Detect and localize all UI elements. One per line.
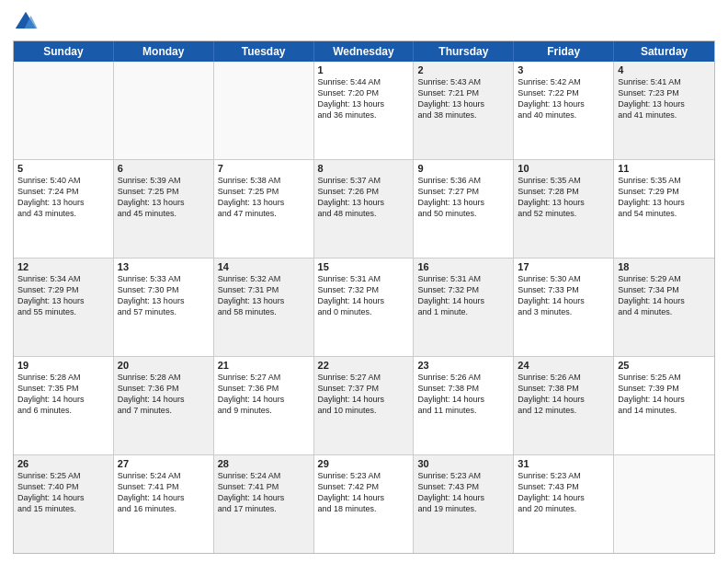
day-number: 3 xyxy=(518,64,609,75)
day-number: 16 xyxy=(417,261,509,272)
cal-cell-day-6: 6Sunrise: 5:39 AM Sunset: 7:25 PM Daylig… xyxy=(114,160,214,258)
cal-cell-day-23: 23Sunrise: 5:26 AM Sunset: 7:38 PM Dayli… xyxy=(414,357,514,454)
calendar-header: SundayMondayTuesdayWednesdayThursdayFrid… xyxy=(14,41,714,62)
day-number: 23 xyxy=(417,360,509,371)
cal-cell-day-8: 8Sunrise: 5:37 AM Sunset: 7:26 PM Daylig… xyxy=(314,160,415,258)
day-number: 6 xyxy=(118,163,210,174)
day-header-thursday: Thursday xyxy=(414,41,514,62)
cell-info: Sunrise: 5:30 AM Sunset: 7:33 PM Dayligh… xyxy=(518,273,609,318)
cal-cell-empty xyxy=(214,62,314,159)
day-number: 9 xyxy=(417,163,509,174)
cell-info: Sunrise: 5:35 AM Sunset: 7:29 PM Dayligh… xyxy=(618,175,711,220)
day-number: 22 xyxy=(318,360,410,371)
header xyxy=(13,9,715,35)
cal-cell-day-24: 24Sunrise: 5:26 AM Sunset: 7:38 PM Dayli… xyxy=(514,357,614,454)
cell-info: Sunrise: 5:33 AM Sunset: 7:30 PM Dayligh… xyxy=(118,273,210,318)
cal-cell-day-31: 31Sunrise: 5:23 AM Sunset: 7:43 PM Dayli… xyxy=(514,455,614,553)
cell-info: Sunrise: 5:27 AM Sunset: 7:37 PM Dayligh… xyxy=(318,372,410,417)
cal-row-2: 12Sunrise: 5:34 AM Sunset: 7:29 PM Dayli… xyxy=(14,258,714,356)
cal-cell-day-19: 19Sunrise: 5:28 AM Sunset: 7:35 PM Dayli… xyxy=(14,357,114,454)
cell-info: Sunrise: 5:31 AM Sunset: 7:32 PM Dayligh… xyxy=(318,273,410,318)
cal-cell-empty xyxy=(114,62,214,159)
day-number: 28 xyxy=(218,458,310,469)
day-header-wednesday: Wednesday xyxy=(314,41,415,62)
cell-info: Sunrise: 5:29 AM Sunset: 7:34 PM Dayligh… xyxy=(618,273,711,318)
cal-cell-day-2: 2Sunrise: 5:43 AM Sunset: 7:21 PM Daylig… xyxy=(414,62,514,159)
day-number: 13 xyxy=(118,261,210,272)
day-number: 24 xyxy=(518,360,609,371)
cal-cell-day-22: 22Sunrise: 5:27 AM Sunset: 7:37 PM Dayli… xyxy=(314,357,415,454)
cal-cell-day-17: 17Sunrise: 5:30 AM Sunset: 7:33 PM Dayli… xyxy=(514,259,614,356)
day-number: 14 xyxy=(218,261,310,272)
day-number: 4 xyxy=(618,64,711,75)
cell-info: Sunrise: 5:27 AM Sunset: 7:36 PM Dayligh… xyxy=(218,372,310,417)
cell-info: Sunrise: 5:34 AM Sunset: 7:29 PM Dayligh… xyxy=(17,273,109,318)
cell-info: Sunrise: 5:25 AM Sunset: 7:40 PM Dayligh… xyxy=(17,470,109,515)
day-number: 31 xyxy=(518,458,609,469)
cell-info: Sunrise: 5:24 AM Sunset: 7:41 PM Dayligh… xyxy=(118,470,210,515)
cal-row-4: 26Sunrise: 5:25 AM Sunset: 7:40 PM Dayli… xyxy=(14,454,714,553)
cal-cell-day-20: 20Sunrise: 5:28 AM Sunset: 7:36 PM Dayli… xyxy=(114,357,214,454)
cell-info: Sunrise: 5:42 AM Sunset: 7:22 PM Dayligh… xyxy=(518,76,609,121)
cal-cell-day-16: 16Sunrise: 5:31 AM Sunset: 7:32 PM Dayli… xyxy=(414,259,514,356)
day-header-sunday: Sunday xyxy=(14,41,114,62)
cal-cell-day-3: 3Sunrise: 5:42 AM Sunset: 7:22 PM Daylig… xyxy=(514,62,614,159)
cell-info: Sunrise: 5:25 AM Sunset: 7:39 PM Dayligh… xyxy=(618,372,711,417)
cell-info: Sunrise: 5:39 AM Sunset: 7:25 PM Dayligh… xyxy=(118,175,210,220)
day-number: 10 xyxy=(518,163,609,174)
day-number: 5 xyxy=(17,163,109,174)
day-number: 1 xyxy=(318,64,410,75)
day-number: 8 xyxy=(318,163,410,174)
cal-cell-day-12: 12Sunrise: 5:34 AM Sunset: 7:29 PM Dayli… xyxy=(14,259,114,356)
calendar-body: 1Sunrise: 5:44 AM Sunset: 7:20 PM Daylig… xyxy=(14,62,714,553)
cell-info: Sunrise: 5:40 AM Sunset: 7:24 PM Dayligh… xyxy=(17,175,109,220)
cell-info: Sunrise: 5:31 AM Sunset: 7:32 PM Dayligh… xyxy=(417,273,509,318)
cell-info: Sunrise: 5:44 AM Sunset: 7:20 PM Dayligh… xyxy=(318,76,410,121)
cal-cell-day-4: 4Sunrise: 5:41 AM Sunset: 7:23 PM Daylig… xyxy=(614,62,714,159)
day-number: 29 xyxy=(318,458,410,469)
cell-info: Sunrise: 5:26 AM Sunset: 7:38 PM Dayligh… xyxy=(518,372,609,417)
day-number: 21 xyxy=(218,360,310,371)
day-number: 20 xyxy=(118,360,210,371)
cal-cell-empty xyxy=(614,455,714,553)
day-header-saturday: Saturday xyxy=(614,41,714,62)
cell-info: Sunrise: 5:32 AM Sunset: 7:31 PM Dayligh… xyxy=(218,273,310,318)
cal-cell-day-7: 7Sunrise: 5:38 AM Sunset: 7:25 PM Daylig… xyxy=(214,160,314,258)
cal-row-1: 5Sunrise: 5:40 AM Sunset: 7:24 PM Daylig… xyxy=(14,159,714,258)
logo-icon xyxy=(13,9,39,35)
cal-cell-empty xyxy=(14,62,114,159)
cal-cell-day-5: 5Sunrise: 5:40 AM Sunset: 7:24 PM Daylig… xyxy=(14,160,114,258)
day-header-monday: Monday xyxy=(114,41,214,62)
cal-cell-day-29: 29Sunrise: 5:23 AM Sunset: 7:42 PM Dayli… xyxy=(314,455,415,553)
cal-row-0: 1Sunrise: 5:44 AM Sunset: 7:20 PM Daylig… xyxy=(14,62,714,159)
cal-cell-day-1: 1Sunrise: 5:44 AM Sunset: 7:20 PM Daylig… xyxy=(314,62,415,159)
day-number: 12 xyxy=(17,261,109,272)
cell-info: Sunrise: 5:35 AM Sunset: 7:28 PM Dayligh… xyxy=(518,175,609,220)
calendar: SundayMondayTuesdayWednesdayThursdayFrid… xyxy=(13,40,715,554)
page: SundayMondayTuesdayWednesdayThursdayFrid… xyxy=(0,0,728,563)
cell-info: Sunrise: 5:28 AM Sunset: 7:36 PM Dayligh… xyxy=(118,372,210,417)
day-number: 25 xyxy=(618,360,711,371)
cell-info: Sunrise: 5:36 AM Sunset: 7:27 PM Dayligh… xyxy=(417,175,509,220)
day-number: 27 xyxy=(118,458,210,469)
day-header-friday: Friday xyxy=(514,41,614,62)
day-number: 11 xyxy=(618,163,711,174)
cal-cell-day-28: 28Sunrise: 5:24 AM Sunset: 7:41 PM Dayli… xyxy=(214,455,314,553)
logo xyxy=(13,9,41,35)
cell-info: Sunrise: 5:26 AM Sunset: 7:38 PM Dayligh… xyxy=(417,372,509,417)
day-number: 30 xyxy=(417,458,509,469)
cell-info: Sunrise: 5:43 AM Sunset: 7:21 PM Dayligh… xyxy=(417,76,509,121)
cell-info: Sunrise: 5:23 AM Sunset: 7:43 PM Dayligh… xyxy=(417,470,509,515)
cal-cell-day-13: 13Sunrise: 5:33 AM Sunset: 7:30 PM Dayli… xyxy=(114,259,214,356)
day-header-tuesday: Tuesday xyxy=(214,41,314,62)
cal-cell-day-25: 25Sunrise: 5:25 AM Sunset: 7:39 PM Dayli… xyxy=(614,357,714,454)
day-number: 18 xyxy=(618,261,711,272)
day-number: 7 xyxy=(218,163,310,174)
cal-cell-day-9: 9Sunrise: 5:36 AM Sunset: 7:27 PM Daylig… xyxy=(414,160,514,258)
cal-cell-day-14: 14Sunrise: 5:32 AM Sunset: 7:31 PM Dayli… xyxy=(214,259,314,356)
cell-info: Sunrise: 5:24 AM Sunset: 7:41 PM Dayligh… xyxy=(218,470,310,515)
day-number: 26 xyxy=(17,458,109,469)
cal-cell-day-27: 27Sunrise: 5:24 AM Sunset: 7:41 PM Dayli… xyxy=(114,455,214,553)
cell-info: Sunrise: 5:37 AM Sunset: 7:26 PM Dayligh… xyxy=(318,175,410,220)
cell-info: Sunrise: 5:23 AM Sunset: 7:42 PM Dayligh… xyxy=(318,470,410,515)
